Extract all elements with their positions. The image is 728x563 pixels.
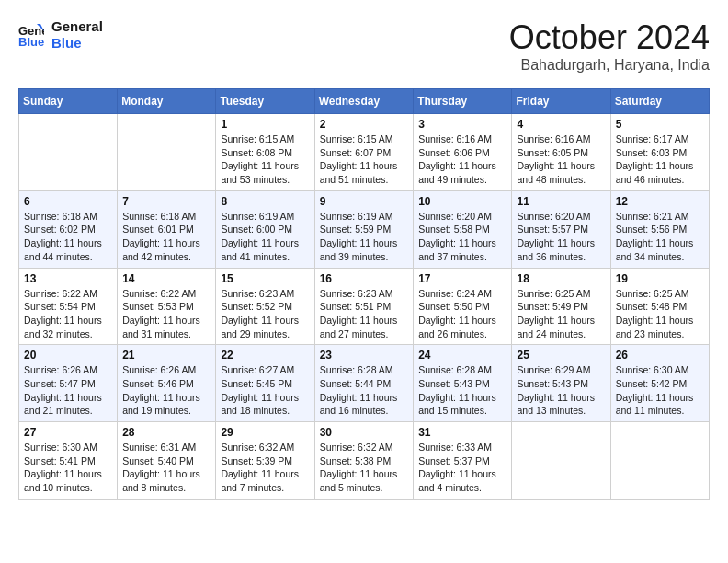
day-info: Sunrise: 6:23 AMSunset: 5:51 PMDaylight:… bbox=[320, 287, 409, 341]
logo: General Blue General Blue bbox=[18, 18, 103, 52]
calendar-cell: 3Sunrise: 6:16 AMSunset: 6:06 PMDaylight… bbox=[414, 114, 512, 191]
day-info: Sunrise: 6:20 AMSunset: 5:57 PMDaylight:… bbox=[517, 210, 605, 264]
day-info: Sunrise: 6:28 AMSunset: 5:43 PMDaylight:… bbox=[418, 363, 506, 418]
day-number: 28 bbox=[122, 426, 210, 439]
calendar-week-row: 6Sunrise: 6:18 AMSunset: 6:02 PMDaylight… bbox=[19, 190, 710, 268]
day-info: Sunrise: 6:29 AMSunset: 5:43 PMDaylight:… bbox=[517, 363, 605, 418]
weekday-header-saturday: Saturday bbox=[610, 89, 709, 114]
day-number: 20 bbox=[24, 349, 112, 362]
calendar-cell bbox=[610, 422, 709, 500]
day-number: 29 bbox=[221, 426, 309, 439]
calendar-cell: 13Sunrise: 6:22 AMSunset: 5:54 PMDayligh… bbox=[19, 268, 118, 345]
day-number: 1 bbox=[221, 118, 309, 131]
day-number: 2 bbox=[320, 118, 409, 131]
calendar-cell bbox=[19, 114, 118, 191]
day-info: Sunrise: 6:21 AMSunset: 5:56 PMDaylight:… bbox=[616, 210, 704, 264]
day-number: 5 bbox=[616, 118, 704, 131]
day-info: Sunrise: 6:30 AMSunset: 5:42 PMDaylight:… bbox=[616, 363, 704, 418]
day-info: Sunrise: 6:32 AMSunset: 5:38 PMDaylight:… bbox=[320, 441, 409, 495]
calendar-cell: 17Sunrise: 6:24 AMSunset: 5:50 PMDayligh… bbox=[414, 268, 512, 345]
calendar-cell bbox=[118, 114, 216, 191]
day-info: Sunrise: 6:24 AMSunset: 5:50 PMDaylight:… bbox=[418, 287, 506, 341]
calendar-cell: 4Sunrise: 6:16 AMSunset: 6:05 PMDaylight… bbox=[512, 114, 610, 191]
calendar-cell: 25Sunrise: 6:29 AMSunset: 5:43 PMDayligh… bbox=[512, 345, 610, 422]
day-number: 15 bbox=[221, 272, 309, 285]
day-number: 30 bbox=[320, 426, 409, 439]
day-info: Sunrise: 6:25 AMSunset: 5:48 PMDaylight:… bbox=[616, 287, 704, 341]
day-info: Sunrise: 6:32 AMSunset: 5:39 PMDaylight:… bbox=[221, 441, 309, 495]
day-info: Sunrise: 6:20 AMSunset: 5:58 PMDaylight:… bbox=[418, 210, 506, 264]
calendar-cell: 31Sunrise: 6:33 AMSunset: 5:37 PMDayligh… bbox=[414, 422, 512, 500]
calendar-cell: 30Sunrise: 6:32 AMSunset: 5:38 PMDayligh… bbox=[314, 422, 414, 500]
weekday-header-tuesday: Tuesday bbox=[216, 89, 314, 114]
day-number: 22 bbox=[221, 349, 309, 362]
calendar-cell: 29Sunrise: 6:32 AMSunset: 5:39 PMDayligh… bbox=[216, 422, 314, 500]
weekday-header-sunday: Sunday bbox=[19, 89, 118, 114]
calendar-cell: 16Sunrise: 6:23 AMSunset: 5:51 PMDayligh… bbox=[314, 268, 414, 345]
calendar-week-row: 13Sunrise: 6:22 AMSunset: 5:54 PMDayligh… bbox=[19, 268, 710, 345]
day-info: Sunrise: 6:22 AMSunset: 5:54 PMDaylight:… bbox=[24, 287, 112, 341]
calendar-cell: 20Sunrise: 6:26 AMSunset: 5:47 PMDayligh… bbox=[19, 345, 118, 422]
weekday-header-thursday: Thursday bbox=[414, 89, 512, 114]
day-info: Sunrise: 6:19 AMSunset: 5:59 PMDaylight:… bbox=[320, 210, 409, 264]
calendar-cell: 10Sunrise: 6:20 AMSunset: 5:58 PMDayligh… bbox=[414, 190, 512, 268]
day-number: 21 bbox=[122, 349, 210, 362]
day-number: 18 bbox=[517, 272, 605, 285]
day-info: Sunrise: 6:19 AMSunset: 6:00 PMDaylight:… bbox=[221, 210, 309, 264]
logo-icon: General Blue bbox=[18, 22, 44, 48]
calendar-cell: 28Sunrise: 6:31 AMSunset: 5:40 PMDayligh… bbox=[118, 422, 216, 500]
calendar-cell: 12Sunrise: 6:21 AMSunset: 5:56 PMDayligh… bbox=[610, 190, 709, 268]
day-number: 24 bbox=[418, 349, 506, 362]
calendar-cell: 15Sunrise: 6:23 AMSunset: 5:52 PMDayligh… bbox=[216, 268, 314, 345]
calendar-week-row: 20Sunrise: 6:26 AMSunset: 5:47 PMDayligh… bbox=[19, 345, 710, 422]
day-number: 7 bbox=[122, 195, 210, 208]
calendar-cell: 11Sunrise: 6:20 AMSunset: 5:57 PMDayligh… bbox=[512, 190, 610, 268]
day-number: 26 bbox=[616, 349, 704, 362]
calendar-cell: 18Sunrise: 6:25 AMSunset: 5:49 PMDayligh… bbox=[512, 268, 610, 345]
day-info: Sunrise: 6:23 AMSunset: 5:52 PMDaylight:… bbox=[221, 287, 309, 341]
day-info: Sunrise: 6:22 AMSunset: 5:53 PMDaylight:… bbox=[122, 287, 210, 341]
calendar-cell: 24Sunrise: 6:28 AMSunset: 5:43 PMDayligh… bbox=[414, 345, 512, 422]
calendar-cell: 14Sunrise: 6:22 AMSunset: 5:53 PMDayligh… bbox=[118, 268, 216, 345]
day-number: 23 bbox=[320, 349, 409, 362]
calendar-cell: 27Sunrise: 6:30 AMSunset: 5:41 PMDayligh… bbox=[19, 422, 118, 500]
weekday-header-row: SundayMondayTuesdayWednesdayThursdayFrid… bbox=[19, 89, 710, 114]
day-info: Sunrise: 6:16 AMSunset: 6:05 PMDaylight:… bbox=[517, 132, 605, 187]
logo-text-general: General bbox=[51, 18, 103, 35]
day-number: 4 bbox=[517, 118, 605, 131]
calendar-cell: 7Sunrise: 6:18 AMSunset: 6:01 PMDaylight… bbox=[118, 190, 216, 268]
calendar-cell: 22Sunrise: 6:27 AMSunset: 5:45 PMDayligh… bbox=[216, 345, 314, 422]
calendar-cell: 21Sunrise: 6:26 AMSunset: 5:46 PMDayligh… bbox=[118, 345, 216, 422]
calendar-cell: 5Sunrise: 6:17 AMSunset: 6:03 PMDaylight… bbox=[610, 114, 709, 191]
month-title: October 2024 bbox=[509, 18, 710, 57]
day-info: Sunrise: 6:26 AMSunset: 5:46 PMDaylight:… bbox=[122, 363, 210, 418]
page-header: General Blue General Blue October 2024 B… bbox=[18, 18, 710, 74]
calendar-table: SundayMondayTuesdayWednesdayThursdayFrid… bbox=[18, 88, 710, 500]
day-number: 6 bbox=[24, 195, 112, 208]
calendar-cell: 2Sunrise: 6:15 AMSunset: 6:07 PMDaylight… bbox=[314, 114, 414, 191]
calendar-cell: 23Sunrise: 6:28 AMSunset: 5:44 PMDayligh… bbox=[314, 345, 414, 422]
day-number: 31 bbox=[418, 426, 506, 439]
location: Bahadurgarh, Haryana, India bbox=[509, 57, 710, 74]
day-number: 10 bbox=[418, 195, 506, 208]
day-number: 16 bbox=[320, 272, 409, 285]
day-number: 12 bbox=[616, 195, 704, 208]
day-info: Sunrise: 6:27 AMSunset: 5:45 PMDaylight:… bbox=[221, 363, 309, 418]
day-info: Sunrise: 6:25 AMSunset: 5:49 PMDaylight:… bbox=[517, 287, 605, 341]
svg-text:Blue: Blue bbox=[18, 35, 44, 48]
day-number: 19 bbox=[616, 272, 704, 285]
day-info: Sunrise: 6:15 AMSunset: 6:08 PMDaylight:… bbox=[221, 132, 309, 187]
day-info: Sunrise: 6:18 AMSunset: 6:01 PMDaylight:… bbox=[122, 210, 210, 264]
calendar-week-row: 27Sunrise: 6:30 AMSunset: 5:41 PMDayligh… bbox=[19, 422, 710, 500]
title-block: October 2024 Bahadurgarh, Haryana, India bbox=[509, 18, 710, 74]
day-number: 9 bbox=[320, 195, 409, 208]
weekday-header-friday: Friday bbox=[512, 89, 610, 114]
calendar-week-row: 1Sunrise: 6:15 AMSunset: 6:08 PMDaylight… bbox=[19, 114, 710, 191]
day-info: Sunrise: 6:33 AMSunset: 5:37 PMDaylight:… bbox=[418, 441, 506, 495]
calendar-cell: 6Sunrise: 6:18 AMSunset: 6:02 PMDaylight… bbox=[19, 190, 118, 268]
day-info: Sunrise: 6:26 AMSunset: 5:47 PMDaylight:… bbox=[24, 363, 112, 418]
day-info: Sunrise: 6:30 AMSunset: 5:41 PMDaylight:… bbox=[24, 441, 112, 495]
day-info: Sunrise: 6:16 AMSunset: 6:06 PMDaylight:… bbox=[418, 132, 506, 187]
calendar-cell: 9Sunrise: 6:19 AMSunset: 5:59 PMDaylight… bbox=[314, 190, 414, 268]
day-number: 3 bbox=[418, 118, 506, 131]
